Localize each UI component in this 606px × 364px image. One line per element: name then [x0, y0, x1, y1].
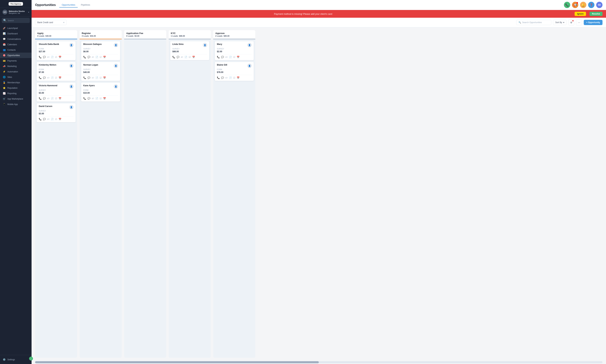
sidebar-item-marketing[interactable]: 📣 Marketing	[0, 64, 32, 69]
filter-button[interactable]: ⚙	[568, 19, 574, 26]
sidebar-item-sites[interactable]: 🌐 Sites	[0, 74, 32, 80]
sidebar-item-payments[interactable]: 💳 Payments	[0, 58, 32, 64]
card-assignee-avatar[interactable]: 👤	[247, 43, 252, 47]
card-assignee-avatar[interactable]: 👤	[114, 64, 118, 68]
sidebar-item-launchpad[interactable]: 🚀 Launchpad	[0, 26, 32, 31]
card-note-icon[interactable]: 📄	[51, 118, 54, 120]
sidebar-item-settings[interactable]: ⚙️ Settings	[0, 357, 32, 362]
card-tag-icon[interactable]: 🏷	[92, 56, 94, 58]
card-call-icon[interactable]: 📞	[39, 77, 41, 79]
card-task-icon[interactable]: ☑	[100, 56, 102, 58]
card-note-icon[interactable]: 📄	[184, 56, 187, 58]
card-assignee-avatar[interactable]: 👤	[114, 43, 118, 47]
card-calendar-icon[interactable]: 📅	[59, 77, 61, 79]
opportunity-card[interactable]: Blaine Gill 👤 FORM $78.00 📞 💬 🏷 📄 ☑ 📅	[215, 62, 254, 81]
sidebar-item-memberships[interactable]: 🏅 Memberships	[0, 80, 32, 85]
add-opportunity-button[interactable]: + Opportunity	[584, 20, 603, 25]
card-call-icon[interactable]: 📞	[217, 56, 220, 58]
opportunity-card[interactable]: Victoria Hammond 👤 SURVEY $3.00 📞 💬 🏷 📄 …	[37, 82, 76, 102]
user-menu-button[interactable]: SD	[596, 2, 603, 8]
card-note-icon[interactable]: 📄	[51, 56, 54, 58]
card-task-icon[interactable]: ☑	[55, 97, 57, 100]
card-call-icon[interactable]: 📞	[39, 56, 41, 58]
card-call-icon[interactable]: 📞	[83, 97, 86, 100]
card-assignee-avatar[interactable]: 👤	[203, 43, 207, 47]
sidebar-item-reputation[interactable]: ⭐ Reputation	[0, 85, 32, 91]
card-calendar-icon[interactable]: 📅	[59, 97, 61, 100]
card-assignee-avatar[interactable]: 👤	[69, 43, 74, 47]
card-call-icon[interactable]: 📞	[39, 97, 41, 100]
card-calendar-icon[interactable]: 📅	[59, 56, 61, 58]
card-tag-icon[interactable]: 🏷	[47, 97, 50, 100]
card-note-icon[interactable]: 📄	[229, 56, 232, 58]
sidebar-item-app-marketplace[interactable]: 🛒 App Marketplace	[0, 96, 32, 102]
bell-button[interactable]: 🔔	[580, 2, 586, 8]
sidebar-item-mobile-app[interactable]: 📱 Mobile App	[0, 102, 32, 107]
card-task-icon[interactable]: ☑	[233, 56, 235, 58]
card-calendar-icon[interactable]: 📅	[103, 77, 106, 79]
resolve-button[interactable]: Resolve	[590, 12, 603, 16]
card-tag-icon[interactable]: 🏷	[47, 118, 50, 120]
card-note-icon[interactable]: 📄	[95, 77, 98, 79]
card-calendar-icon[interactable]: 📅	[103, 56, 106, 58]
card-sms-icon[interactable]: 💬	[221, 77, 224, 79]
card-note-icon[interactable]: 📄	[51, 97, 54, 100]
card-assignee-avatar[interactable]: 👤	[69, 64, 74, 68]
card-sms-icon[interactable]: 💬	[43, 97, 46, 100]
pipeline-dropdown[interactable]: Bank Credit card ▾	[35, 20, 67, 25]
sidebar-search-box[interactable]: 🔍 ⌘K +	[2, 18, 30, 23]
opportunity-card[interactable]: Kimberley Melton 👤 FORM $7.00 📞 💬 🏷 📄 ☑ …	[37, 62, 76, 81]
opportunity-card[interactable]: Kane Ayers 👤 FORM $10.00 📞 💬 🏷 📄 ☑ 📅	[81, 82, 120, 102]
sidebar-item-dashboard[interactable]: 📊 Dashboard	[0, 31, 32, 36]
card-sms-icon[interactable]: 💬	[177, 56, 179, 58]
tab-pipelines[interactable]: Pipelines	[78, 2, 93, 8]
card-note-icon[interactable]: 📄	[95, 97, 98, 100]
card-call-icon[interactable]: 📞	[172, 56, 175, 58]
opportunity-card[interactable]: Norman Logan 👤 SURVEY $40.00 📞 💬 🏷 📄 ☑ 📅	[81, 62, 120, 81]
card-assignee-avatar[interactable]: 👤	[247, 64, 252, 68]
more-options-button[interactable]: ⋯	[576, 19, 582, 26]
card-call-icon[interactable]: 📞	[217, 77, 220, 79]
opportunity-card[interactable]: Linda Sims 👤 SURVEY $88.00 📞 💬 🏷 📄 ☑ 📅	[170, 41, 209, 60]
card-call-icon[interactable]: 📞	[83, 56, 86, 58]
card-call-icon[interactable]: 📞	[83, 77, 86, 79]
card-tag-icon[interactable]: 🏷	[47, 56, 50, 58]
card-sms-icon[interactable]: 💬	[43, 118, 46, 120]
card-task-icon[interactable]: ☑	[55, 77, 57, 79]
card-tag-icon[interactable]: 🏷	[47, 77, 50, 79]
sort-by-button[interactable]: Sort By ▾	[553, 20, 567, 25]
card-task-icon[interactable]: ☑	[233, 77, 235, 79]
opportunity-card[interactable]: Macy 👤 SURVEY $2.00 📞 💬 🏷 📄 ☑ 📅	[215, 41, 254, 60]
card-tag-icon[interactable]: 🏷	[225, 56, 228, 58]
card-tag-icon[interactable]: 🏷	[92, 97, 94, 100]
sidebar-item-calendars[interactable]: 📅 Calendars	[0, 42, 32, 47]
phone-button[interactable]: 📞	[564, 2, 570, 8]
card-calendar-icon[interactable]: 📅	[237, 77, 240, 79]
card-assignee-avatar[interactable]: 👤	[69, 84, 74, 89]
sidebar-item-reporting[interactable]: 📈 Reporting	[0, 91, 32, 96]
ignore-button[interactable]: Ignore	[575, 12, 586, 16]
opportunity-card[interactable]: Blossom Gallegos 👤 SURVEY $6.00 📞 💬 🏷 📄 …	[81, 41, 120, 60]
card-task-icon[interactable]: ☑	[55, 118, 57, 120]
card-task-icon[interactable]: ☑	[100, 97, 102, 100]
card-task-icon[interactable]: ☑	[189, 56, 191, 58]
card-sms-icon[interactable]: 💬	[221, 56, 224, 58]
opportunity-card[interactable]: Shouvik Datta Banik 👤 FORM $27.00 📞 💬 🏷 …	[37, 41, 76, 60]
card-sms-icon[interactable]: 💬	[88, 77, 90, 79]
opportunity-card[interactable]: David Carson 👤 SURVEY $3.00 📞 💬 🏷 📄 ☑ 📅	[37, 103, 76, 122]
card-calendar-icon[interactable]: 📅	[237, 56, 240, 58]
card-note-icon[interactable]: 📄	[51, 77, 54, 79]
card-call-icon[interactable]: 📞	[39, 118, 41, 120]
tab-opportunities[interactable]: Opportunities	[59, 2, 78, 8]
megaphone-button[interactable]: 📢	[572, 2, 578, 8]
card-tag-icon[interactable]: 🏷	[181, 56, 183, 58]
horizontal-scrollbar[interactable]	[35, 361, 603, 363]
sidebar-item-contacts[interactable]: 👥 Contacts	[0, 47, 32, 52]
card-note-icon[interactable]: 📄	[229, 77, 232, 79]
card-sms-icon[interactable]: 💬	[88, 97, 90, 100]
sidebar-search-input[interactable]	[8, 19, 32, 22]
card-sms-icon[interactable]: 💬	[43, 77, 46, 79]
card-task-icon[interactable]: ☑	[55, 56, 57, 58]
card-note-icon[interactable]: 📄	[95, 56, 98, 58]
sidebar-item-automation[interactable]: ⚡ Automation	[0, 69, 32, 74]
